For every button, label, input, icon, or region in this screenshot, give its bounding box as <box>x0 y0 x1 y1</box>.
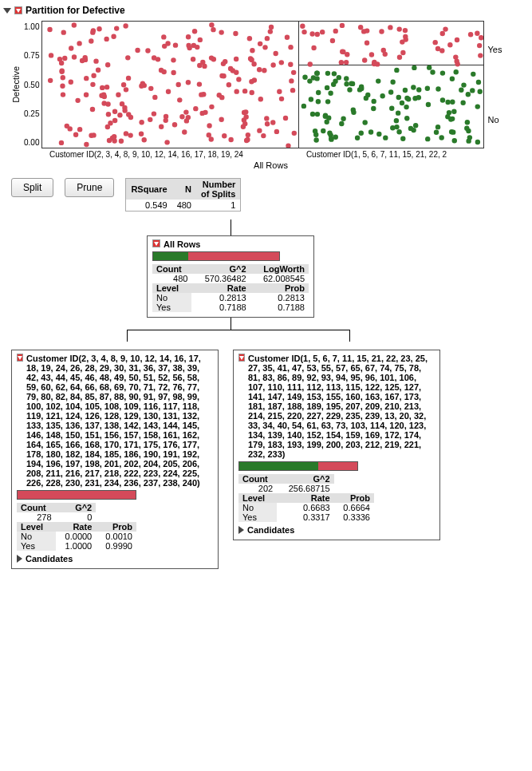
svg-point-219 <box>369 52 374 57</box>
svg-point-215 <box>315 32 320 37</box>
td: No <box>152 293 191 302</box>
svg-point-277 <box>337 75 341 80</box>
svg-point-134 <box>126 55 131 60</box>
svg-point-194 <box>140 81 145 86</box>
svg-point-35 <box>48 27 53 32</box>
panel-title: Partition for Defective <box>26 5 125 16</box>
svg-point-243 <box>372 61 376 66</box>
svg-point-109 <box>271 62 276 67</box>
menu-icon[interactable] <box>14 6 22 14</box>
svg-point-115 <box>112 118 117 123</box>
svg-point-237 <box>381 48 386 53</box>
svg-point-221 <box>310 31 315 36</box>
svg-point-25 <box>262 68 267 73</box>
svg-point-285 <box>439 135 444 140</box>
svg-point-122 <box>195 45 200 49</box>
svg-point-281 <box>314 137 319 142</box>
th: Level <box>152 283 191 293</box>
node-right[interactable]: Customer ID(1, 5, 6, 7, 11, 15, 21, 22, … <box>233 350 440 540</box>
svg-point-202 <box>301 24 305 29</box>
svg-point-146 <box>186 34 191 39</box>
svg-point-114 <box>244 138 249 143</box>
chart-yticks: 1.00 0.75 0.50 0.25 0.00 <box>24 21 41 148</box>
candidates-toggle[interactable]: Candidates <box>238 525 435 535</box>
tree-connector <box>127 318 350 342</box>
svg-point-208 <box>403 28 408 33</box>
svg-point-62 <box>69 45 73 50</box>
th-splits-l2: of Splits <box>201 189 235 199</box>
td: Yes <box>152 302 191 312</box>
svg-point-154 <box>68 126 73 131</box>
td: 570.36482 <box>191 274 250 283</box>
scatter-chart[interactable] <box>41 21 484 148</box>
svg-point-23 <box>61 30 66 34</box>
partition-tree: All Rows CountG^2LogWorth 480570.3648262… <box>11 219 529 569</box>
svg-point-131 <box>104 85 109 89</box>
svg-point-155 <box>290 88 295 93</box>
svg-point-229 <box>440 31 445 36</box>
svg-point-15 <box>73 132 78 137</box>
svg-point-75 <box>258 97 263 101</box>
td: 0.7188 <box>191 302 250 312</box>
svg-point-337 <box>372 99 376 104</box>
svg-point-364 <box>377 132 382 136</box>
svg-point-10 <box>85 76 89 81</box>
candidates-toggle[interactable]: Candidates <box>17 554 213 563</box>
svg-point-240 <box>397 55 402 60</box>
svg-point-26 <box>166 41 171 45</box>
svg-point-45 <box>268 29 273 34</box>
svg-point-294 <box>403 88 408 93</box>
svg-point-192 <box>209 55 214 60</box>
svg-point-311 <box>396 110 400 115</box>
svg-point-12 <box>211 27 216 32</box>
node-left[interactable]: Customer ID(2, 3, 4, 8, 9, 10, 12, 14, 1… <box>11 350 219 569</box>
svg-point-171 <box>105 125 110 129</box>
disclosure-down-icon[interactable] <box>3 8 11 14</box>
th: Prob <box>250 283 309 293</box>
svg-point-354 <box>435 125 440 129</box>
svg-point-172 <box>191 57 195 61</box>
svg-point-51 <box>246 132 250 137</box>
split-button[interactable]: Split <box>11 178 53 197</box>
svg-point-268 <box>325 85 329 90</box>
svg-point-188 <box>105 62 110 67</box>
svg-point-292 <box>363 120 368 125</box>
svg-point-331 <box>452 109 457 114</box>
svg-point-85 <box>116 93 121 97</box>
svg-point-248 <box>475 31 480 36</box>
svg-point-349 <box>431 69 435 74</box>
svg-point-342 <box>395 125 400 129</box>
node-root[interactable]: All Rows CountG^2LogWorth 480570.3648262… <box>147 235 314 318</box>
menu-icon[interactable] <box>152 239 160 247</box>
svg-point-284 <box>366 93 371 97</box>
svg-point-148 <box>92 73 97 78</box>
svg-point-306 <box>351 108 356 113</box>
svg-point-164 <box>124 131 128 136</box>
val-splits: 1 <box>196 200 240 211</box>
stats-table: RSquare N Number of Splits 0.549 480 1 <box>125 178 241 212</box>
svg-point-76 <box>72 54 77 59</box>
bar-yes <box>318 462 357 470</box>
svg-point-53 <box>250 90 254 95</box>
menu-icon[interactable] <box>238 354 245 362</box>
svg-point-50 <box>166 89 171 94</box>
bar-no <box>239 462 318 470</box>
svg-point-329 <box>341 117 346 121</box>
svg-point-330 <box>467 138 471 143</box>
svg-point-323 <box>466 92 471 97</box>
svg-point-200 <box>448 42 453 47</box>
svg-point-183 <box>107 138 112 143</box>
menu-icon[interactable] <box>17 354 23 362</box>
svg-point-310 <box>412 85 416 89</box>
node-left-title: Customer ID(2, 3, 4, 8, 9, 10, 12, 14, 1… <box>26 354 213 488</box>
svg-point-189 <box>178 97 183 102</box>
controls-row: Split Prune RSquare N Number of Splits 0… <box>11 178 529 212</box>
prune-button[interactable]: Prune <box>65 178 114 197</box>
svg-point-196 <box>198 63 203 68</box>
svg-point-359 <box>396 95 401 100</box>
bar-yes <box>18 491 136 499</box>
svg-point-71 <box>118 113 123 117</box>
svg-point-67 <box>258 128 262 132</box>
th: Count <box>152 264 191 274</box>
svg-point-362 <box>405 116 410 121</box>
